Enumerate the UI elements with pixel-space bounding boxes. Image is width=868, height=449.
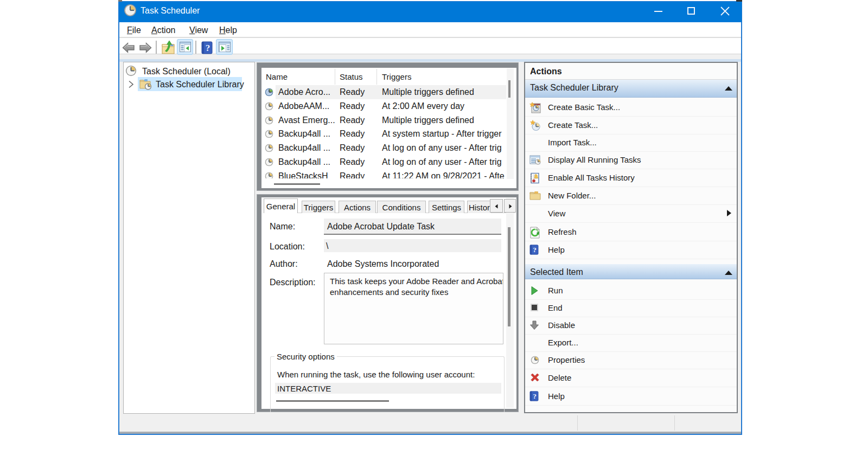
- svg-text:?: ?: [206, 43, 210, 53]
- svg-text:?: ?: [533, 392, 537, 400]
- svg-text:?: ?: [533, 246, 537, 254]
